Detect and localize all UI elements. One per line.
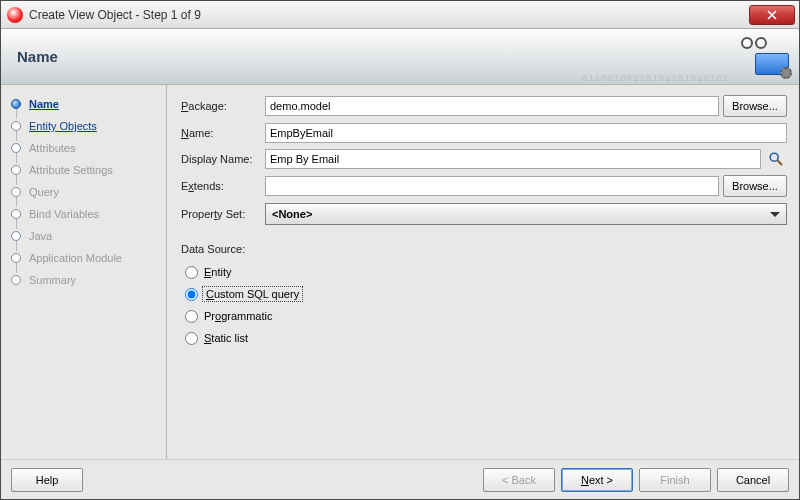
- step-label: Attributes: [29, 142, 75, 154]
- step-dot-icon: [11, 275, 21, 285]
- window-title: Create View Object - Step 1 of 9: [29, 8, 201, 22]
- data-source-custom-sql-radio[interactable]: [185, 288, 198, 301]
- step-label: Query: [29, 186, 59, 198]
- step-application-module: Application Module: [9, 247, 166, 269]
- property-set-value: <None>: [272, 208, 312, 220]
- data-source-static-list-radio[interactable]: [185, 332, 198, 345]
- step-label: Application Module: [29, 252, 122, 264]
- step-dot-icon: [11, 209, 21, 219]
- form-area: Package: Browse... Name: Display Name:: [167, 85, 799, 459]
- property-set-select[interactable]: <None>: [265, 203, 787, 225]
- step-query: Query: [9, 181, 166, 203]
- help-button[interactable]: Help: [11, 468, 83, 492]
- titlebar: Create View Object - Step 1 of 9: [1, 1, 799, 29]
- step-label: Summary: [29, 274, 76, 286]
- wizard-window: Create View Object - Step 1 of 9 Name 01…: [0, 0, 800, 500]
- close-icon: [767, 10, 777, 20]
- step-dot-icon: [11, 143, 21, 153]
- step-dot-icon: [11, 231, 21, 241]
- property-set-label: Property Set:: [181, 208, 265, 220]
- footer: Help < Back Next > Finish Cancel: [1, 459, 799, 499]
- extends-browse-button[interactable]: Browse...: [723, 175, 787, 197]
- header-artwork: [719, 35, 789, 79]
- step-attribute-settings: Attribute Settings: [9, 159, 166, 181]
- chevron-down-icon: [770, 208, 780, 220]
- name-input[interactable]: [265, 123, 787, 143]
- extends-input[interactable]: [265, 176, 719, 196]
- gear-icon: [780, 67, 792, 79]
- step-java: Java: [9, 225, 166, 247]
- data-source-entity-radio[interactable]: [185, 266, 198, 279]
- wizard-body: Name Entity Objects Attributes Attribute…: [1, 85, 799, 459]
- step-dot-icon: [11, 187, 21, 197]
- svg-line-1: [777, 160, 782, 165]
- step-dot-icon: [11, 165, 21, 175]
- glasses-icon: [741, 37, 767, 49]
- step-bind-variables: Bind Variables: [9, 203, 166, 225]
- package-browse-button[interactable]: Browse...: [723, 95, 787, 117]
- step-entity-objects[interactable]: Entity Objects: [9, 115, 166, 137]
- data-source-programmatic-label[interactable]: Programmatic: [204, 310, 272, 322]
- data-source-programmatic-radio[interactable]: [185, 310, 198, 323]
- cancel-button[interactable]: Cancel: [717, 468, 789, 492]
- step-dot-icon: [11, 121, 21, 131]
- package-input[interactable]: [265, 96, 719, 116]
- step-summary: Summary: [9, 269, 166, 291]
- step-label: Name: [29, 98, 59, 110]
- header-decorative-bits: 01100100110101101010101: [582, 74, 729, 84]
- step-attributes: Attributes: [9, 137, 166, 159]
- data-source-static-list-label[interactable]: Static list: [204, 332, 248, 344]
- next-button[interactable]: Next >: [561, 468, 633, 492]
- svg-point-0: [770, 153, 778, 161]
- name-label: Name:: [181, 127, 265, 139]
- data-source-custom-sql-label[interactable]: Custom SQL query: [204, 288, 301, 300]
- step-dot-icon: [11, 99, 21, 109]
- step-label: Bind Variables: [29, 208, 99, 220]
- finish-button: Finish: [639, 468, 711, 492]
- display-name-lookup-button[interactable]: [765, 149, 787, 169]
- close-button[interactable]: [749, 5, 795, 25]
- data-source-label: Data Source:: [181, 243, 787, 255]
- step-label: Attribute Settings: [29, 164, 113, 176]
- app-icon: [7, 7, 23, 23]
- step-name[interactable]: Name: [9, 93, 166, 115]
- back-button: < Back: [483, 468, 555, 492]
- display-name-input[interactable]: [265, 149, 761, 169]
- package-label: Package:: [181, 100, 265, 112]
- magnifier-icon: [768, 151, 784, 167]
- wizard-steps-nav: Name Entity Objects Attributes Attribute…: [1, 85, 167, 459]
- extends-label: Extends:: [181, 180, 265, 192]
- display-name-label: Display Name:: [181, 153, 265, 165]
- step-label: Entity Objects: [29, 120, 97, 132]
- step-dot-icon: [11, 253, 21, 263]
- header-band: Name 01100100110101101010101: [1, 29, 799, 85]
- step-label: Java: [29, 230, 52, 242]
- page-title: Name: [17, 48, 58, 65]
- data-source-entity-label[interactable]: Entity: [204, 266, 232, 278]
